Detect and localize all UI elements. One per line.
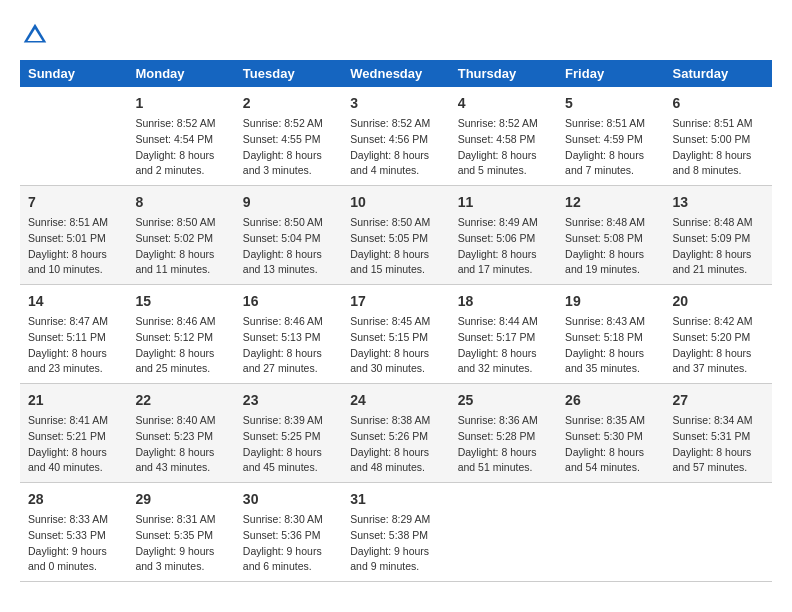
day-info: Sunrise: 8:31 AM Sunset: 5:35 PM Dayligh… — [135, 512, 226, 575]
day-number: 4 — [458, 93, 549, 114]
calendar-cell: 10Sunrise: 8:50 AM Sunset: 5:05 PM Dayli… — [342, 186, 449, 285]
day-number: 12 — [565, 192, 656, 213]
day-info: Sunrise: 8:33 AM Sunset: 5:33 PM Dayligh… — [28, 512, 119, 575]
calendar-cell: 18Sunrise: 8:44 AM Sunset: 5:17 PM Dayli… — [450, 285, 557, 384]
day-number: 18 — [458, 291, 549, 312]
day-number: 15 — [135, 291, 226, 312]
day-number: 14 — [28, 291, 119, 312]
calendar-table: SundayMondayTuesdayWednesdayThursdayFrid… — [20, 60, 772, 582]
calendar-cell: 21Sunrise: 8:41 AM Sunset: 5:21 PM Dayli… — [20, 384, 127, 483]
calendar-cell: 30Sunrise: 8:30 AM Sunset: 5:36 PM Dayli… — [235, 483, 342, 582]
day-info: Sunrise: 8:51 AM Sunset: 5:01 PM Dayligh… — [28, 215, 119, 278]
day-number: 11 — [458, 192, 549, 213]
calendar-cell: 12Sunrise: 8:48 AM Sunset: 5:08 PM Dayli… — [557, 186, 664, 285]
calendar-cell: 3Sunrise: 8:52 AM Sunset: 4:56 PM Daylig… — [342, 87, 449, 186]
day-info: Sunrise: 8:51 AM Sunset: 4:59 PM Dayligh… — [565, 116, 656, 179]
calendar-week-row: 7Sunrise: 8:51 AM Sunset: 5:01 PM Daylig… — [20, 186, 772, 285]
calendar-cell: 9Sunrise: 8:50 AM Sunset: 5:04 PM Daylig… — [235, 186, 342, 285]
calendar-week-row: 21Sunrise: 8:41 AM Sunset: 5:21 PM Dayli… — [20, 384, 772, 483]
day-number: 5 — [565, 93, 656, 114]
day-number: 2 — [243, 93, 334, 114]
column-header-tuesday: Tuesday — [235, 60, 342, 87]
day-number: 8 — [135, 192, 226, 213]
column-header-saturday: Saturday — [665, 60, 772, 87]
day-number: 27 — [673, 390, 764, 411]
day-number: 26 — [565, 390, 656, 411]
day-info: Sunrise: 8:34 AM Sunset: 5:31 PM Dayligh… — [673, 413, 764, 476]
calendar-week-row: 1Sunrise: 8:52 AM Sunset: 4:54 PM Daylig… — [20, 87, 772, 186]
day-number: 9 — [243, 192, 334, 213]
calendar-week-row: 14Sunrise: 8:47 AM Sunset: 5:11 PM Dayli… — [20, 285, 772, 384]
day-number: 21 — [28, 390, 119, 411]
day-number: 6 — [673, 93, 764, 114]
calendar-cell: 27Sunrise: 8:34 AM Sunset: 5:31 PM Dayli… — [665, 384, 772, 483]
day-info: Sunrise: 8:41 AM Sunset: 5:21 PM Dayligh… — [28, 413, 119, 476]
calendar-cell: 11Sunrise: 8:49 AM Sunset: 5:06 PM Dayli… — [450, 186, 557, 285]
day-info: Sunrise: 8:38 AM Sunset: 5:26 PM Dayligh… — [350, 413, 441, 476]
calendar-cell: 1Sunrise: 8:52 AM Sunset: 4:54 PM Daylig… — [127, 87, 234, 186]
day-number: 10 — [350, 192, 441, 213]
calendar-cell: 2Sunrise: 8:52 AM Sunset: 4:55 PM Daylig… — [235, 87, 342, 186]
day-info: Sunrise: 8:46 AM Sunset: 5:12 PM Dayligh… — [135, 314, 226, 377]
day-number: 17 — [350, 291, 441, 312]
day-number: 24 — [350, 390, 441, 411]
day-number: 19 — [565, 291, 656, 312]
calendar-cell — [20, 87, 127, 186]
day-info: Sunrise: 8:52 AM Sunset: 4:56 PM Dayligh… — [350, 116, 441, 179]
day-number: 20 — [673, 291, 764, 312]
column-header-wednesday: Wednesday — [342, 60, 449, 87]
calendar-cell: 6Sunrise: 8:51 AM Sunset: 5:00 PM Daylig… — [665, 87, 772, 186]
column-header-sunday: Sunday — [20, 60, 127, 87]
day-info: Sunrise: 8:44 AM Sunset: 5:17 PM Dayligh… — [458, 314, 549, 377]
day-info: Sunrise: 8:39 AM Sunset: 5:25 PM Dayligh… — [243, 413, 334, 476]
day-number: 13 — [673, 192, 764, 213]
day-number: 25 — [458, 390, 549, 411]
calendar-cell — [450, 483, 557, 582]
logo-icon — [20, 20, 50, 50]
day-number: 28 — [28, 489, 119, 510]
day-info: Sunrise: 8:47 AM Sunset: 5:11 PM Dayligh… — [28, 314, 119, 377]
day-info: Sunrise: 8:50 AM Sunset: 5:05 PM Dayligh… — [350, 215, 441, 278]
day-number: 7 — [28, 192, 119, 213]
column-header-friday: Friday — [557, 60, 664, 87]
calendar-cell: 26Sunrise: 8:35 AM Sunset: 5:30 PM Dayli… — [557, 384, 664, 483]
day-info: Sunrise: 8:40 AM Sunset: 5:23 PM Dayligh… — [135, 413, 226, 476]
calendar-week-row: 28Sunrise: 8:33 AM Sunset: 5:33 PM Dayli… — [20, 483, 772, 582]
day-number: 30 — [243, 489, 334, 510]
day-info: Sunrise: 8:49 AM Sunset: 5:06 PM Dayligh… — [458, 215, 549, 278]
logo — [20, 20, 52, 50]
calendar-cell: 13Sunrise: 8:48 AM Sunset: 5:09 PM Dayli… — [665, 186, 772, 285]
calendar-cell: 29Sunrise: 8:31 AM Sunset: 5:35 PM Dayli… — [127, 483, 234, 582]
calendar-cell: 8Sunrise: 8:50 AM Sunset: 5:02 PM Daylig… — [127, 186, 234, 285]
day-info: Sunrise: 8:50 AM Sunset: 5:04 PM Dayligh… — [243, 215, 334, 278]
day-info: Sunrise: 8:46 AM Sunset: 5:13 PM Dayligh… — [243, 314, 334, 377]
calendar-cell: 15Sunrise: 8:46 AM Sunset: 5:12 PM Dayli… — [127, 285, 234, 384]
day-info: Sunrise: 8:36 AM Sunset: 5:28 PM Dayligh… — [458, 413, 549, 476]
calendar-cell: 28Sunrise: 8:33 AM Sunset: 5:33 PM Dayli… — [20, 483, 127, 582]
day-number: 3 — [350, 93, 441, 114]
day-number: 22 — [135, 390, 226, 411]
calendar-cell: 20Sunrise: 8:42 AM Sunset: 5:20 PM Dayli… — [665, 285, 772, 384]
calendar-cell: 19Sunrise: 8:43 AM Sunset: 5:18 PM Dayli… — [557, 285, 664, 384]
day-info: Sunrise: 8:52 AM Sunset: 4:58 PM Dayligh… — [458, 116, 549, 179]
column-header-monday: Monday — [127, 60, 234, 87]
calendar-cell: 5Sunrise: 8:51 AM Sunset: 4:59 PM Daylig… — [557, 87, 664, 186]
day-info: Sunrise: 8:48 AM Sunset: 5:09 PM Dayligh… — [673, 215, 764, 278]
day-number: 16 — [243, 291, 334, 312]
calendar-cell: 16Sunrise: 8:46 AM Sunset: 5:13 PM Dayli… — [235, 285, 342, 384]
calendar-cell: 23Sunrise: 8:39 AM Sunset: 5:25 PM Dayli… — [235, 384, 342, 483]
day-info: Sunrise: 8:48 AM Sunset: 5:08 PM Dayligh… — [565, 215, 656, 278]
calendar-cell — [557, 483, 664, 582]
calendar-cell: 4Sunrise: 8:52 AM Sunset: 4:58 PM Daylig… — [450, 87, 557, 186]
day-number: 23 — [243, 390, 334, 411]
column-header-thursday: Thursday — [450, 60, 557, 87]
calendar-cell: 14Sunrise: 8:47 AM Sunset: 5:11 PM Dayli… — [20, 285, 127, 384]
calendar-cell: 17Sunrise: 8:45 AM Sunset: 5:15 PM Dayli… — [342, 285, 449, 384]
day-info: Sunrise: 8:35 AM Sunset: 5:30 PM Dayligh… — [565, 413, 656, 476]
calendar-cell — [665, 483, 772, 582]
day-number: 31 — [350, 489, 441, 510]
day-info: Sunrise: 8:29 AM Sunset: 5:38 PM Dayligh… — [350, 512, 441, 575]
day-info: Sunrise: 8:43 AM Sunset: 5:18 PM Dayligh… — [565, 314, 656, 377]
page-header — [20, 20, 772, 50]
day-info: Sunrise: 8:52 AM Sunset: 4:54 PM Dayligh… — [135, 116, 226, 179]
